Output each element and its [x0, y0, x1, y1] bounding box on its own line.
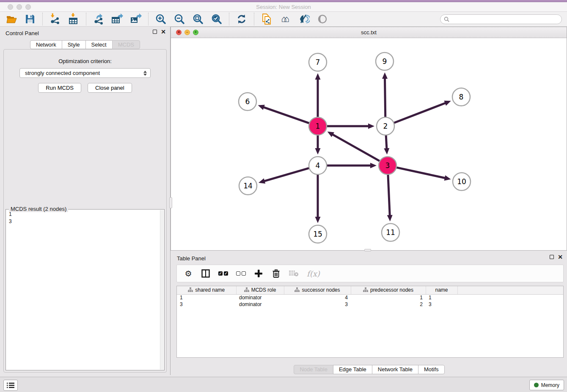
tab-style[interactable]: Style — [62, 40, 86, 49]
graph-edge-3-11[interactable] — [388, 173, 390, 216]
split-columns-icon[interactable] — [201, 268, 210, 279]
search-input[interactable] — [451, 16, 558, 22]
tab-edge-table[interactable]: Edge Table — [333, 365, 372, 374]
window-title: Session: New Session — [0, 4, 567, 10]
column-header-successor-nodes[interactable]: successor nodes — [284, 286, 351, 294]
export-network-icon[interactable] — [92, 13, 105, 25]
graph-edge-arrowhead — [259, 178, 265, 183]
graph-node-label: 7 — [316, 58, 320, 66]
add-column-icon[interactable] — [254, 268, 263, 279]
close-table-panel-icon[interactable]: ✕ — [558, 255, 563, 259]
open-session-icon[interactable] — [5, 13, 18, 25]
table-row[interactable]: 3dominator323 — [177, 301, 563, 308]
memory-button[interactable]: Memory — [529, 380, 564, 390]
float-panel-icon[interactable] — [153, 30, 157, 34]
select-all-checkboxes-icon[interactable]: ✓✓ — [218, 268, 228, 279]
save-session-icon[interactable] — [24, 13, 36, 25]
graph-node-label: 10 — [457, 177, 466, 186]
application-window: Session: New Session — [0, 0, 567, 392]
table-cell[interactable]: dominator — [236, 294, 284, 301]
table-cell[interactable]: 3 — [177, 301, 236, 308]
tab-motifs[interactable]: Motifs — [418, 365, 445, 374]
settings-gear-icon[interactable]: ⚙ — [184, 268, 193, 279]
graph-edge-4-14[interactable] — [264, 168, 310, 181]
graph-node-label: 1 — [316, 122, 320, 130]
graph-edge-3-10[interactable] — [395, 167, 446, 178]
clone-network-icon[interactable] — [260, 13, 273, 25]
toolbar-separator — [254, 13, 254, 25]
optimization-criterion-value: strongly connected component — [25, 70, 100, 76]
tab-node-table[interactable]: Node Table — [294, 365, 333, 374]
graph-edge-arrowhead — [384, 148, 389, 155]
network-window-title: scc.txt — [171, 29, 567, 36]
result-scrollbar[interactable] — [160, 210, 164, 370]
graph-edge-arrowhead — [387, 215, 393, 221]
tree-icon — [188, 287, 193, 292]
table-cell[interactable]: 4 — [284, 294, 351, 301]
graph-node-label: 9 — [383, 57, 387, 66]
hide-details-icon[interactable] — [297, 13, 310, 25]
toolbar-separator — [148, 13, 149, 25]
zoom-fit-icon[interactable] — [192, 13, 204, 25]
zoom-selected-icon[interactable] — [210, 13, 223, 25]
tab-select[interactable]: Select — [85, 40, 113, 49]
show-details-icon[interactable] — [316, 13, 329, 25]
horizontal-splitter-grip[interactable] — [364, 249, 371, 251]
table-cell[interactable]: 3 — [426, 301, 457, 308]
table-cell[interactable]: 1 — [351, 294, 426, 301]
tree-icon — [244, 287, 249, 292]
search-icon — [444, 17, 449, 22]
search-box — [440, 14, 562, 24]
tree-icon — [295, 287, 300, 292]
close-panel-icon[interactable]: ✕ — [161, 30, 166, 34]
optimization-criterion-select[interactable]: strongly connected component — [19, 68, 151, 78]
column-header-name[interactable]: name — [426, 286, 457, 294]
network-window-titlebar: ✕ − + scc.txt — [171, 27, 567, 38]
float-table-panel-icon[interactable] — [550, 255, 554, 259]
graph-edge-arrowhead — [382, 72, 388, 79]
graph-edge-arrowhead — [315, 73, 321, 80]
control-panel: Control Panel ✕ Network Style Select MCD… — [0, 27, 171, 375]
export-table-icon[interactable] — [111, 13, 124, 25]
mcds-result-text[interactable]: 1 3 — [6, 211, 160, 369]
delete-column-trash-icon[interactable] — [271, 268, 281, 279]
graph-edge-1-6[interactable] — [263, 107, 311, 124]
tab-mcds[interactable]: MCDS — [112, 40, 140, 49]
graph-node-label: 11 — [386, 228, 395, 237]
network-canvas[interactable]: 1234678910111415 — [171, 38, 567, 250]
table-cell[interactable]: 1 — [177, 294, 236, 301]
graph-edge-arrowhead — [444, 101, 451, 106]
column-header-mcds-role[interactable]: MCDS role — [236, 286, 284, 294]
import-table-icon[interactable] — [67, 13, 80, 25]
import-network-icon[interactable] — [49, 13, 61, 25]
export-image-icon[interactable] — [129, 13, 142, 25]
tab-network-table[interactable]: Network Table — [372, 365, 418, 374]
table-cell[interactable]: 1 — [426, 294, 457, 301]
table-panel-header: Table Panel ✕ — [171, 252, 567, 265]
column-header-shared-name[interactable]: shared name — [177, 286, 236, 294]
graph-edge-2-8[interactable] — [393, 103, 446, 123]
graph-edge-2-3[interactable] — [386, 134, 387, 149]
task-history-button[interactable] — [3, 380, 18, 391]
close-panel-button[interactable]: Close panel — [88, 83, 132, 93]
memory-label: Memory — [541, 382, 559, 388]
zoom-in-icon[interactable] — [154, 13, 167, 25]
table-row[interactable]: 1dominator411 — [177, 294, 563, 301]
run-mcds-button[interactable]: Run MCDS — [38, 83, 81, 93]
graph-edge-3-1[interactable] — [332, 134, 381, 162]
refresh-icon[interactable] — [235, 13, 248, 25]
table-cell[interactable]: dominator — [236, 301, 284, 308]
table-cell[interactable]: 2 — [351, 301, 426, 308]
deselect-all-checkboxes-icon[interactable] — [236, 268, 246, 279]
toolbar-separator — [86, 13, 86, 25]
select-stepper-icon — [143, 71, 147, 76]
table-cell[interactable]: 3 — [284, 301, 351, 308]
vertical-splitter-grip[interactable] — [169, 197, 172, 208]
optimization-criterion-label: Optimization criterion: — [4, 58, 166, 64]
home-navigator-icon[interactable]: ⌂⌂ — [279, 13, 292, 25]
list-icon — [7, 382, 14, 389]
tab-network[interactable]: Network — [30, 40, 62, 49]
column-header-predecessor-nodes[interactable]: predecessor nodes — [351, 286, 426, 294]
graph-edge-2-9[interactable] — [385, 78, 385, 119]
zoom-out-icon[interactable] — [173, 13, 186, 25]
